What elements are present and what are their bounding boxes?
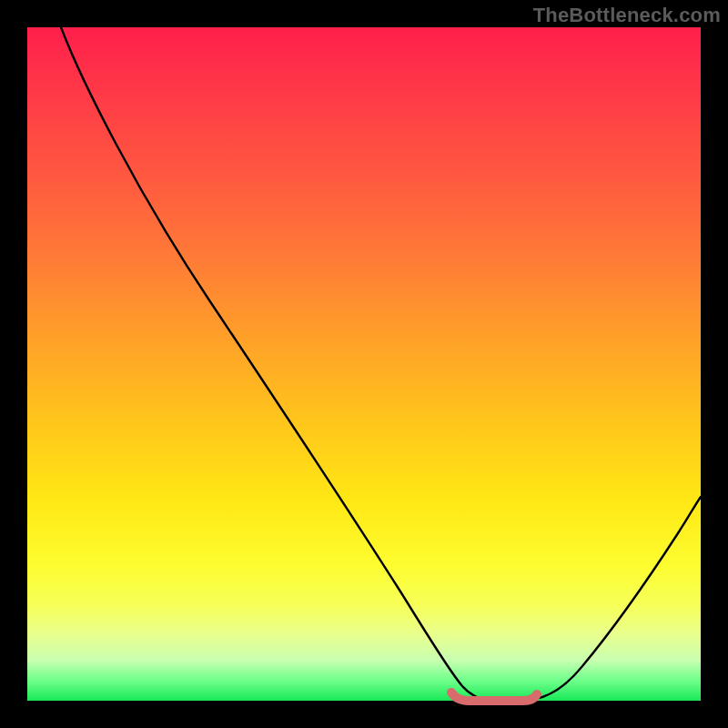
watermark-text: TheBottleneck.com xyxy=(533,4,721,27)
optimum-marker xyxy=(451,693,537,701)
chart-frame: TheBottleneck.com xyxy=(0,0,728,728)
curve-svg xyxy=(27,27,701,701)
bottleneck-curve xyxy=(61,27,701,701)
plot-area xyxy=(27,27,701,701)
